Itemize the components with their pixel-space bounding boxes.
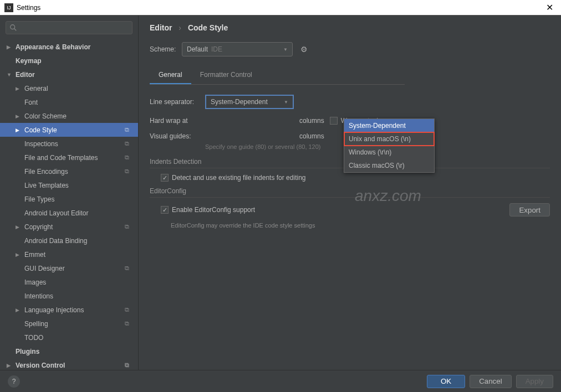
sidebar-item-spelling[interactable]: Spelling⧉ bbox=[0, 317, 138, 331]
sidebar-item-language-injections[interactable]: ▶Language Injections⧉ bbox=[0, 303, 138, 317]
sidebar-item-color-scheme[interactable]: ▶Color Scheme bbox=[0, 109, 138, 123]
sidebar-item-file-and-code-templates[interactable]: File and Code Templates⧉ bbox=[0, 151, 138, 164]
sidebar-item-intentions[interactable]: Intentions bbox=[0, 289, 138, 303]
breadcrumb-codestyle: Code Style bbox=[188, 23, 228, 32]
checkbox-icon bbox=[161, 174, 169, 182]
titlebar: IJ Settings ✕ bbox=[0, 0, 561, 16]
sidebar-item-todo[interactable]: TODO bbox=[0, 331, 138, 344]
detect-indents-label: Detect and use existing file indents for… bbox=[172, 174, 305, 182]
copy-icon: ⧉ bbox=[125, 320, 132, 327]
sidebar-item-file-encodings[interactable]: File Encodings⧉ bbox=[0, 164, 138, 178]
copy-icon: ⧉ bbox=[125, 362, 132, 369]
sidebar-item-gui-designer[interactable]: GUI Designer⧉ bbox=[0, 261, 138, 275]
breadcrumb-editor[interactable]: Editor bbox=[150, 23, 172, 32]
copy-icon: ⧉ bbox=[125, 154, 132, 161]
checkbox-icon bbox=[330, 117, 338, 125]
app-icon: IJ bbox=[4, 3, 13, 12]
sidebar-item-android-data-binding[interactable]: Android Data Binding bbox=[0, 234, 138, 247]
main-panel: Editor › Code Style Scheme: DefaultIDE ▼… bbox=[139, 16, 561, 370]
copy-icon: ⧉ bbox=[125, 223, 132, 230]
tab-formatter-control[interactable]: Formatter Control bbox=[191, 66, 261, 84]
hard-wrap-label: Hard wrap at bbox=[150, 117, 205, 125]
chevron-down-icon: ▼ bbox=[283, 47, 288, 52]
dropdown-item-classic[interactable]: Classic macOS (\r) bbox=[344, 159, 434, 172]
search-icon bbox=[9, 24, 17, 32]
sidebar-item-general[interactable]: ▶General bbox=[0, 81, 138, 95]
sidebar-item-version-control[interactable]: ▶Version Control⧉ bbox=[0, 358, 138, 370]
svg-point-0 bbox=[11, 25, 15, 29]
dropdown-item-unix[interactable]: Unix and macOS (\n) bbox=[344, 132, 434, 146]
window-title: Settings bbox=[17, 4, 543, 12]
visual-guides-label: Visual guides: bbox=[150, 132, 205, 140]
sidebar-item-emmet[interactable]: ▶Emmet bbox=[0, 247, 138, 261]
sidebar-item-code-style[interactable]: ▶Code Style⧉ bbox=[0, 123, 138, 137]
sidebar-item-images[interactable]: Images bbox=[0, 275, 138, 289]
sidebar: ▶Appearance & BehaviorKeymap▼Editor▶Gene… bbox=[0, 16, 139, 370]
sidebar-item-editor[interactable]: ▼Editor bbox=[0, 68, 138, 81]
sidebar-item-live-templates[interactable]: Live Templates bbox=[0, 178, 138, 192]
copy-icon: ⧉ bbox=[125, 126, 132, 133]
line-separator-label: Line separator: bbox=[150, 98, 205, 106]
dropdown-item-windows[interactable]: Windows (\r\n) bbox=[344, 146, 434, 159]
line-separator-select[interactable]: System-Dependent ▼ bbox=[205, 95, 294, 109]
cancel-button[interactable]: Cancel bbox=[470, 375, 512, 388]
scheme-value: Default bbox=[187, 45, 208, 53]
copy-icon: ⧉ bbox=[125, 140, 132, 147]
svg-line-1 bbox=[14, 29, 17, 31]
breadcrumb: Editor › Code Style bbox=[150, 23, 550, 32]
ok-button[interactable]: OK bbox=[427, 375, 465, 388]
apply-button[interactable]: Apply bbox=[516, 375, 553, 388]
scheme-label: Scheme: bbox=[150, 45, 182, 53]
checkbox-icon bbox=[161, 206, 169, 214]
help-button[interactable]: ? bbox=[8, 375, 20, 388]
sidebar-item-keymap[interactable]: Keymap bbox=[0, 54, 138, 68]
close-icon[interactable]: ✕ bbox=[543, 2, 557, 13]
columns-text: columns bbox=[299, 132, 324, 140]
sidebar-item-file-types[interactable]: File Types bbox=[0, 192, 138, 206]
section-editorconfig: EditorConfig bbox=[150, 187, 550, 198]
detect-indents-checkbox[interactable]: Detect and use existing file indents for… bbox=[161, 174, 305, 182]
editorconfig-hint: EditorConfig may override the IDE code s… bbox=[150, 222, 550, 229]
sidebar-item-font[interactable]: Font bbox=[0, 95, 138, 109]
editorconfig-checkbox[interactable]: Enable EditorConfig support bbox=[161, 206, 255, 214]
line-separator-value: System-Dependent bbox=[211, 98, 268, 106]
dropdown-item-system[interactable]: System-Dependent bbox=[344, 119, 434, 132]
sidebar-item-inspections[interactable]: Inspections⧉ bbox=[0, 137, 138, 151]
export-button[interactable]: Export bbox=[509, 203, 550, 216]
sidebar-item-copyright[interactable]: ▶Copyright⧉ bbox=[0, 220, 138, 234]
copy-icon: ⧉ bbox=[125, 265, 132, 272]
chevron-right-icon: › bbox=[178, 23, 181, 32]
settings-tree: ▶Appearance & BehaviorKeymap▼Editor▶Gene… bbox=[0, 40, 138, 370]
copy-icon: ⧉ bbox=[125, 306, 132, 313]
sidebar-item-plugins[interactable]: Plugins bbox=[0, 344, 138, 358]
scheme-tag: IDE bbox=[211, 45, 222, 53]
search-input[interactable] bbox=[6, 21, 132, 34]
copy-icon: ⧉ bbox=[125, 168, 132, 175]
chevron-down-icon: ▼ bbox=[284, 100, 288, 105]
editorconfig-label: Enable EditorConfig support bbox=[172, 206, 255, 214]
tab-general[interactable]: General bbox=[150, 66, 191, 84]
sidebar-item-appearance-behavior[interactable]: ▶Appearance & Behavior bbox=[0, 40, 138, 54]
tabs: General Formatter Control bbox=[150, 66, 405, 85]
sidebar-item-android-layout-editor[interactable]: Android Layout Editor bbox=[0, 206, 138, 220]
gear-icon[interactable]: ⚙ bbox=[300, 45, 308, 54]
scheme-select[interactable]: DefaultIDE ▼ bbox=[182, 42, 293, 56]
line-separator-dropdown: System-Dependent Unix and macOS (\n) Win… bbox=[344, 118, 435, 173]
columns-text: columns bbox=[299, 117, 324, 125]
footer: ? OK Cancel Apply bbox=[0, 370, 561, 392]
